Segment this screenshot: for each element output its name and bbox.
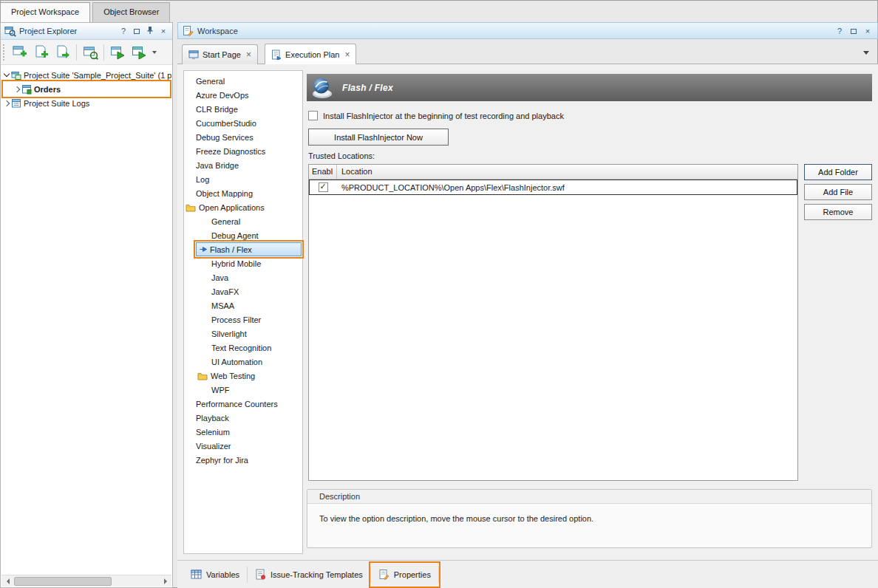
app-window: Project Workspace Object Browser Project… [0, 0, 878, 588]
bottom-tab-properties[interactable]: Properties [371, 564, 438, 586]
settings-item-general[interactable]: General [184, 214, 302, 228]
settings-item-ui-automation[interactable]: UI Automation [184, 355, 302, 369]
new-project-button[interactable] [32, 43, 51, 62]
settings-item-zephyr-for-jira[interactable]: Zephyr for Jira [184, 453, 302, 467]
run-project-button[interactable] [129, 43, 149, 62]
collapse-icon[interactable] [4, 71, 10, 77]
help-icon[interactable]: ? [118, 27, 129, 35]
settings-item-selenium[interactable]: Selenium [184, 425, 302, 439]
grid-body: %PRODUCT_LOCATION%\Open Apps\Flex\FlashI… [309, 180, 797, 195]
toolbar-separator [103, 44, 104, 61]
settings-item-web-testing[interactable]: Web Testing [184, 369, 302, 383]
settings-item-label: Selenium [196, 428, 230, 437]
description-title: Description [307, 490, 871, 504]
expand-icon[interactable] [14, 86, 20, 92]
goto-arrow-icon [199, 245, 208, 253]
tab-project-workspace[interactable]: Project Workspace [0, 2, 90, 22]
tab-execution-plan[interactable]: Execution Plan × [265, 44, 356, 64]
settings-item-debug-agent[interactable]: Debug Agent [184, 228, 302, 242]
settings-item-freeze-diagnostics[interactable]: Freeze Diagnostics [184, 144, 302, 158]
tab-object-browser[interactable]: Object Browser [92, 2, 170, 22]
row-enabled-checkbox[interactable] [319, 182, 328, 192]
settings-item-hybrid-mobile[interactable]: Hybrid Mobile [184, 256, 302, 270]
column-header-enabled[interactable]: Enabl [309, 165, 337, 179]
settings-item-label: Open Applications [199, 203, 265, 212]
close-tab-icon[interactable]: × [344, 50, 350, 59]
settings-item-playback[interactable]: Playback [184, 411, 302, 425]
settings-item-label: MSAA [211, 301, 234, 310]
help-icon[interactable]: ? [834, 27, 845, 35]
trusted-location-row[interactable]: %PRODUCT_LOCATION%\Open Apps\Flex\FlashI… [309, 180, 797, 195]
execution-plan-icon [271, 49, 282, 60]
bottom-tab-label: Issue-Tracking Templates [270, 570, 363, 579]
flash-flex-options-pane: Flash / Flex Install FlashInjector at th… [307, 70, 872, 554]
add-item-button[interactable] [81, 43, 100, 62]
tab-start-page[interactable]: Start Page × [182, 44, 258, 64]
tab-label: Execution Plan [285, 50, 339, 59]
workspace-header: Workspace ? × [177, 22, 878, 39]
settings-item-debug-services[interactable]: Debug Services [184, 130, 302, 144]
float-window-icon[interactable] [848, 27, 859, 35]
settings-item-label: Java Bridge [196, 161, 239, 170]
auto-hide-pin-icon[interactable] [145, 26, 155, 36]
settings-item-label: Text Recognition [211, 343, 271, 352]
add-file-button[interactable]: Add File [804, 184, 872, 200]
close-panel-icon[interactable]: × [158, 27, 169, 35]
settings-item-msaa[interactable]: MSAA [184, 298, 302, 312]
settings-item-wpf[interactable]: WPF [184, 383, 302, 397]
project-icon [21, 84, 32, 95]
settings-item-process-filter[interactable]: Process Filter [184, 312, 302, 327]
add-folder-button[interactable]: Add Folder [804, 164, 872, 180]
new-project-suite-button[interactable] [10, 43, 30, 62]
scrollbar-thumb[interactable] [14, 577, 112, 586]
variables-icon [191, 569, 202, 580]
settings-item-general[interactable]: General [184, 74, 302, 88]
scroll-right-icon[interactable] [159, 575, 171, 587]
trusted-locations-label: Trusted Locations: [308, 151, 375, 160]
run-project-suite-button[interactable] [108, 43, 127, 62]
open-file-button[interactable] [53, 43, 72, 62]
settings-item-azure-devops[interactable]: Azure DevOps [184, 88, 302, 102]
install-flashinjector-now-button[interactable]: Install FlashInjector Now [308, 129, 449, 146]
settings-item-javafx[interactable]: JavaFX [184, 284, 302, 298]
tab-list-dropdown-icon[interactable] [863, 51, 869, 55]
settings-item-label: Azure DevOps [196, 91, 249, 100]
scroll-left-icon[interactable] [1, 575, 14, 587]
workspace-icon [183, 25, 194, 36]
settings-item-clr-bridge[interactable]: CLR Bridge [184, 102, 302, 116]
bottom-tab-issue-tracking-templates[interactable]: Issue-Tracking Templates [248, 564, 370, 586]
remove-button[interactable]: Remove [804, 204, 872, 220]
install-flashinjector-option: Install FlashInjector at the beginning o… [308, 111, 564, 120]
settings-item-object-mapping[interactable]: Object Mapping [184, 186, 302, 200]
float-window-icon[interactable] [132, 27, 142, 35]
settings-item-silverlight[interactable]: Silverlight [184, 327, 302, 341]
tree-item-project-suite-logs[interactable]: Project Suite Logs [1, 96, 171, 110]
toolbar-grip[interactable] [3, 44, 7, 61]
settings-item-open-applications[interactable]: Open Applications [184, 200, 302, 214]
project-explorer-header: Project Explorer ? × [1, 23, 172, 40]
toolbar-dropdown-icon[interactable] [152, 51, 157, 54]
project-explorer-icon [4, 25, 16, 37]
options-banner: Flash / Flex [307, 74, 872, 101]
tree-item-project-suite-sample-project-suite-1-p[interactable]: Project Suite 'Sample_Project_Suite' (1 … [1, 68, 171, 82]
close-panel-icon[interactable]: × [862, 27, 873, 35]
column-header-location[interactable]: Location [337, 165, 797, 179]
settings-item-java-bridge[interactable]: Java Bridge [184, 158, 302, 172]
close-tab-icon[interactable]: × [246, 50, 251, 59]
settings-item-java[interactable]: Java [184, 270, 302, 284]
settings-item-visualizer[interactable]: Visualizer [184, 439, 302, 453]
settings-item-performance-counters[interactable]: Performance Counters [184, 397, 302, 411]
install-flashinjector-checkbox[interactable] [308, 111, 318, 120]
expand-icon[interactable] [4, 100, 10, 106]
tree-item-label: Orders [34, 85, 61, 94]
settings-item-text-recognition[interactable]: Text Recognition [184, 341, 302, 355]
grid-header: Enabl Location [309, 165, 797, 180]
horizontal-scrollbar[interactable] [1, 575, 171, 587]
settings-item-label: General [196, 77, 225, 86]
settings-item-cucumberstudio[interactable]: CucumberStudio [184, 116, 302, 130]
bottom-tab-variables[interactable]: Variables [183, 564, 247, 586]
tree-item-orders[interactable]: Orders [1, 82, 171, 96]
settings-item-label: Web Testing [211, 372, 255, 380]
settings-item-flash-flex[interactable]: Flash / Flex [196, 242, 302, 256]
settings-item-log[interactable]: Log [184, 172, 302, 186]
